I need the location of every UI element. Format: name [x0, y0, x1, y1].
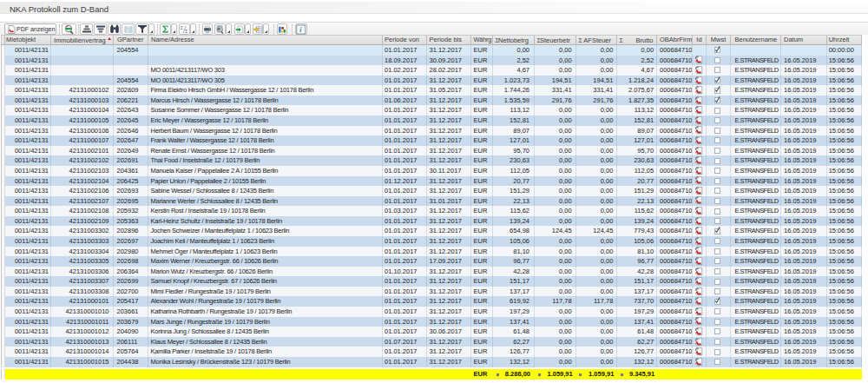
svg-text:Σ: Σ [181, 24, 183, 30]
svg-text:Σ: Σ [185, 29, 187, 34]
